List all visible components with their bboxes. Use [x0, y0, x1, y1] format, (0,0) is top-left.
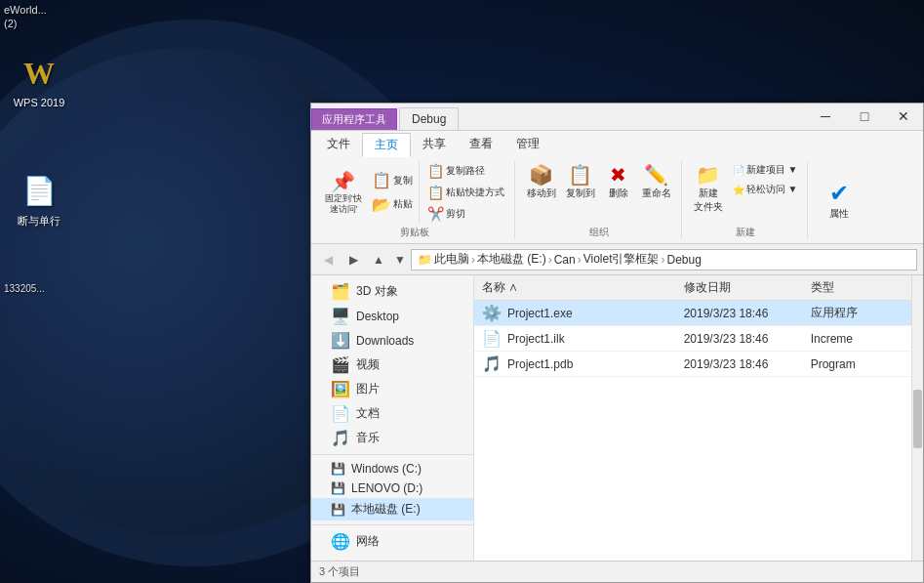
sidebar-item-catch[interactable]: 📁 Catch1	[311, 554, 473, 561]
rename-button[interactable]: ✏️ 重命名	[638, 161, 675, 202]
new-folder-icon: 📁	[696, 163, 720, 187]
paste-shortcut-button[interactable]: 📋 粘贴快捷方式	[423, 183, 508, 202]
sidebar-item-pictures[interactable]: 🖼️ 图片	[311, 377, 473, 401]
paste-label: 粘贴	[393, 197, 413, 211]
file-list: ⚙️ Project1.exe 2019/3/23 18:46 应用程序 📄 P…	[474, 301, 911, 561]
copy-path-button[interactable]: 📋 复制路径	[423, 161, 508, 181]
wps-label: WPS 2019	[5, 97, 73, 108]
pin-button[interactable]: 📌 固定到'快速访问'	[321, 168, 366, 217]
path-item-can[interactable]: Can	[554, 253, 576, 267]
file-row-ilk[interactable]: 📄 Project1.ilk 2019/3/23 18:46 Increme	[474, 326, 911, 352]
network-icon: 🌐	[331, 532, 350, 551]
sidebar-label-music: 音乐	[356, 430, 380, 446]
ribbon-content: 📌 固定到'快速访问' 📋 复制 📂 粘贴	[315, 159, 919, 241]
music-icon: 🎵	[331, 429, 350, 447]
maximize-button[interactable]: □	[845, 103, 884, 130]
sidebar-item-windows-c[interactable]: 💾 Windows (C:)	[311, 459, 473, 479]
sidebar-item-desktop[interactable]: 🖥️ Desktop	[311, 304, 473, 328]
properties-icon: ✔	[829, 180, 849, 208]
pictures-icon: 🖼️	[331, 380, 350, 398]
ribbon-tab-home[interactable]: 主页	[362, 133, 411, 157]
lenovo-d-icon: 💾	[331, 481, 345, 495]
organize-group-label: 组织	[589, 224, 609, 239]
copy-button[interactable]: 📋 复制	[368, 169, 417, 191]
easy-access-button[interactable]: ⭐ 轻松访问 ▼	[729, 181, 802, 198]
up-button[interactable]: ▲	[368, 249, 389, 271]
windows-c-icon: 💾	[331, 462, 345, 476]
path-item-debug[interactable]: Debug	[667, 253, 702, 267]
col-header-type[interactable]: 类型	[803, 277, 911, 298]
sidebar-item-3d[interactable]: 🗂️ 3D 对象	[311, 279, 473, 304]
file-date-pdb: 2019/3/23 18:46	[676, 357, 803, 371]
wps-icon: W	[20, 54, 59, 93]
sidebar-item-downloads[interactable]: ⬇️ Downloads	[311, 328, 473, 353]
sidebar-item-music[interactable]: 🎵 音乐	[311, 426, 473, 450]
col-header-name[interactable]: 名称 ∧	[474, 277, 676, 298]
ribbon-group-properties: ✔ 属性	[810, 161, 868, 239]
file-row-exe[interactable]: ⚙️ Project1.exe 2019/3/23 18:46 应用程序	[474, 301, 911, 326]
videos-icon: 🎬	[331, 355, 350, 374]
copy-to-button[interactable]: 📋 复制到	[562, 161, 599, 202]
new-item-icon: 📄	[733, 165, 744, 176]
new-folder-button[interactable]: 📁 新建文件夹	[690, 161, 727, 216]
sidebar-label-videos: 视频	[356, 356, 380, 373]
col-header-date[interactable]: 修改日期	[676, 277, 803, 298]
ribbon-tab-manage[interactable]: 管理	[504, 133, 551, 157]
sidebar-item-network[interactable]: 🌐 网络	[311, 529, 473, 554]
pdb-icon: 🎵	[482, 354, 502, 373]
new-folder-label: 新建文件夹	[694, 187, 723, 214]
scrollbar-thumb[interactable]	[913, 390, 922, 448]
copy-path-icon: 📋	[427, 163, 444, 179]
path-item-e[interactable]: 本地磁盘 (E:)	[477, 251, 546, 268]
copy-to-label: 复制到	[566, 187, 595, 200]
desktop-icon-file[interactable]: 📄 断与单行	[5, 171, 73, 229]
minimize-button[interactable]: ─	[806, 103, 845, 130]
file-date-exe: 2019/3/23 18:46	[676, 307, 803, 320]
recent-button[interactable]: ▼	[393, 249, 407, 271]
move-to-icon: 📦	[529, 163, 553, 187]
paste-button[interactable]: 📂 粘贴	[368, 193, 417, 216]
new-item-label: 新建项目 ▼	[746, 163, 798, 177]
tab-tools[interactable]: 应用程序工具	[311, 108, 397, 130]
sidebar-label-desktop: Desktop	[356, 310, 399, 323]
close-button[interactable]: ✕	[884, 103, 923, 130]
sidebar-label-documents: 文档	[356, 405, 380, 422]
sidebar-item-videos[interactable]: 🎬 视频	[311, 353, 473, 377]
sidebar-item-lenovo-d[interactable]: 💾 LENOVO (D:)	[311, 479, 473, 498]
ribbon-tab-view[interactable]: 查看	[458, 133, 504, 157]
desktop-icon-wps[interactable]: W WPS 2019	[5, 54, 73, 108]
documents-icon: 📄	[331, 404, 350, 423]
sidebar-item-documents[interactable]: 📄 文档	[311, 401, 473, 426]
path-item-pc[interactable]: 此电脑	[434, 251, 469, 268]
file-type-pdb: Program	[803, 357, 911, 371]
delete-button[interactable]: ✖ 删除	[601, 161, 636, 202]
forward-button[interactable]: ▶	[342, 249, 364, 271]
ribbon-tab-share[interactable]: 共享	[411, 133, 458, 157]
new-buttons: 📁 新建文件夹 📄 新建项目 ▼ ⭐ 轻松访问 ▼	[690, 161, 802, 216]
ribbon-tab-file[interactable]: 文件	[315, 133, 362, 157]
cut-button[interactable]: ✂️ 剪切	[423, 204, 508, 224]
properties-button[interactable]: ✔ 属性	[822, 178, 857, 224]
new-item-button[interactable]: 📄 新建项目 ▼	[729, 161, 802, 179]
sidebar-item-local-e[interactable]: 💾 本地磁盘 (E:)	[311, 498, 473, 521]
path-item-violet[interactable]: Violet引擎框架	[583, 251, 660, 268]
title-tab-bar: 应用程序工具 Debug ─ □ ✕	[311, 104, 923, 131]
pin-icon: 📌	[331, 170, 355, 193]
scrollbar-track[interactable]	[911, 275, 923, 561]
path-icon: 📁	[418, 253, 432, 267]
file-name-exe: ⚙️ Project1.exe	[474, 304, 676, 322]
file-name-pdb: 🎵 Project1.pdb	[474, 354, 676, 373]
new-group-label: 新建	[736, 224, 755, 239]
clipboard-buttons: 📌 固定到'快速访问' 📋 复制 📂 粘贴	[321, 161, 508, 224]
sidebar-divider-2	[311, 524, 473, 525]
ribbon-group-new: 📁 新建文件夹 📄 新建项目 ▼ ⭐ 轻松访问 ▼ 新建	[684, 161, 809, 239]
tab-debug[interactable]: Debug	[399, 107, 459, 130]
taskbar-label-1: eWorld...	[4, 4, 47, 16]
organize-buttons: 📦 移动到 📋 复制到 ✖ 删除 ✏️ 重命名	[523, 161, 675, 202]
copy-path-label: 复制路径	[446, 164, 485, 178]
back-button[interactable]: ◀	[317, 249, 339, 271]
move-to-button[interactable]: 📦 移动到	[523, 161, 560, 202]
address-path[interactable]: 📁 此电脑 › 本地磁盘 (E:) › Can › Violet引擎框架 › D…	[411, 249, 917, 271]
downloads-icon: ⬇️	[331, 331, 350, 350]
file-row-pdb[interactable]: 🎵 Project1.pdb 2019/3/23 18:46 Program	[474, 352, 911, 377]
